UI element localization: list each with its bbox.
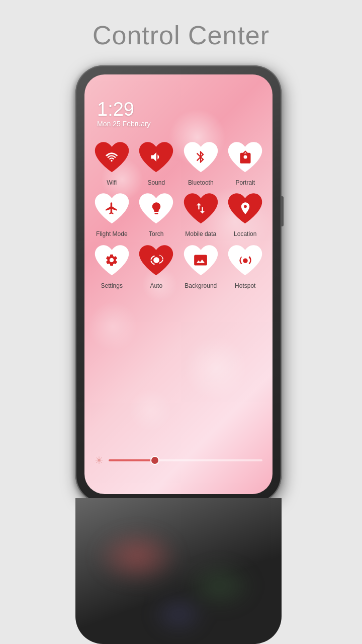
mobile-data-icon <box>194 201 208 217</box>
wifi-label: Wifi <box>107 179 117 186</box>
portrait-heart[interactable] <box>226 140 264 176</box>
sound-icon-item[interactable]: Sound <box>137 140 176 186</box>
torch-icon-item[interactable]: Torch <box>137 191 176 237</box>
portrait-label: Portrait <box>235 179 255 186</box>
portrait-icon <box>238 150 252 166</box>
settings-label: Settings <box>101 282 123 289</box>
background-icon <box>194 253 208 269</box>
hotspot-heart[interactable] <box>226 243 264 279</box>
torch-icon <box>149 201 163 217</box>
settings-icon <box>105 253 119 269</box>
hotspot-icon-item[interactable]: Hotspot <box>226 243 265 289</box>
phone-mockup: 1:29 Mon 25 February <box>75 65 287 644</box>
side-button <box>281 196 284 226</box>
wifi-icon <box>105 150 119 166</box>
sound-heart[interactable] <box>137 140 175 176</box>
location-label: Location <box>234 230 256 237</box>
hotspot-icon <box>238 253 252 269</box>
phone-screen: 1:29 Mon 25 February <box>84 74 273 494</box>
phone-bottom <box>75 498 282 644</box>
bluetooth-label: Bluetooth <box>188 179 214 186</box>
phone-bottom-blur <box>75 498 282 644</box>
bluetooth-icon-item[interactable]: Bluetooth <box>181 140 221 186</box>
brightness-slider-thumb[interactable] <box>150 456 159 465</box>
wifi-heart[interactable] <box>93 140 131 176</box>
background-label: Background <box>185 282 217 289</box>
time-display: 1:29 Mon 25 February <box>97 100 151 128</box>
torch-heart[interactable] <box>137 191 175 227</box>
settings-heart[interactable] <box>93 243 131 279</box>
flight-mode-icon-item[interactable]: Flight Mode <box>92 191 132 237</box>
brightness-icon: ☀ <box>95 454 104 466</box>
background-icon-item[interactable]: Background <box>181 243 221 289</box>
auto-icon-item[interactable]: Auto <box>137 243 176 289</box>
auto-icon <box>149 253 163 269</box>
flight-heart[interactable] <box>93 191 131 227</box>
mobile-data-label: Mobile data <box>185 230 216 237</box>
page-title: Control Center <box>93 20 269 50</box>
bluetooth-heart[interactable] <box>182 140 220 176</box>
torch-label: Torch <box>149 230 163 237</box>
hotspot-label: Hotspot <box>235 282 255 289</box>
location-heart[interactable] <box>226 191 264 227</box>
icons-grid: Wifi <box>89 140 267 289</box>
background-heart[interactable] <box>182 243 220 279</box>
flight-mode-label: Flight Mode <box>96 230 128 237</box>
location-icon-item[interactable]: Location <box>226 191 265 237</box>
bluetooth-icon <box>194 150 208 166</box>
location-icon <box>238 201 252 217</box>
auto-label: Auto <box>150 282 162 289</box>
clock: 1:29 <box>97 100 151 119</box>
auto-heart[interactable] <box>137 243 175 279</box>
date: Mon 25 February <box>97 120 151 128</box>
settings-icon-item[interactable]: Settings <box>92 243 132 289</box>
brightness-slider-fill <box>109 459 155 461</box>
sound-label: Sound <box>147 179 165 186</box>
flight-icon <box>105 201 119 217</box>
mobile-data-icon-item[interactable]: Mobile data <box>181 191 221 237</box>
phone-frame: 1:29 Mon 25 February <box>75 65 282 503</box>
portrait-icon-item[interactable]: Portrait <box>226 140 265 186</box>
wifi-icon-item[interactable]: Wifi <box>92 140 132 186</box>
mobile-data-heart[interactable] <box>182 191 220 227</box>
brightness-slider-track[interactable] <box>109 459 262 461</box>
brightness-control[interactable]: ☀ <box>95 454 262 466</box>
sound-icon <box>149 150 163 166</box>
